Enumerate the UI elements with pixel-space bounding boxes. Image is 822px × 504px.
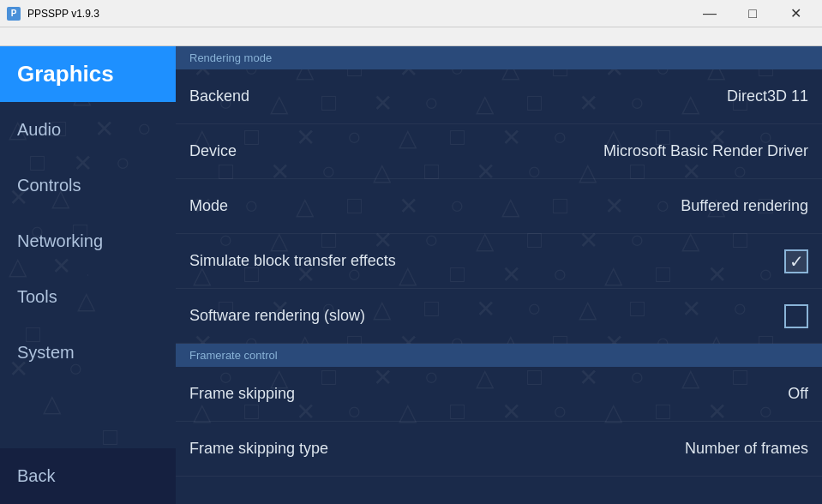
setting-software-rendering[interactable]: Software rendering (slow) [176, 289, 822, 344]
setting-mode[interactable]: Mode Buffered rendering [176, 179, 822, 234]
back-button[interactable]: Back [0, 448, 176, 504]
simulate-block-label: Simulate block transfer effects [189, 252, 396, 270]
window-controls: — □ ✕ [690, 2, 815, 26]
main-content: ✕ ○ △ □ ○ △ □ △ □ ✕ ○ □ ✕ ○ ✕ △ ○ □ △ ✕ … [0, 46, 822, 504]
menu-emulation[interactable] [17, 35, 31, 39]
setting-frame-skipping-type[interactable]: Frame skipping type Number of frames [176, 422, 822, 477]
backend-value: Direct3D 11 [727, 87, 808, 105]
content-area: ✕ ○ △ □ ✕ ○ △ □ ✕ ○ △ □ ○ △ □ ✕ ○ △ □ ✕ … [176, 46, 822, 504]
sidebar-nav: Graphics Audio Controls Networking Tools… [0, 46, 176, 448]
software-rendering-checkbox[interactable] [784, 304, 808, 328]
simulate-block-checkbox[interactable]: ✓ [784, 249, 808, 273]
mode-value: Buffered rendering [681, 197, 808, 215]
device-value: Microsoft Basic Render Driver [603, 142, 808, 160]
app-icon: P [7, 7, 21, 21]
sidebar-item-controls[interactable]: Controls [0, 158, 176, 213]
sidebar-item-tools[interactable]: Tools [0, 269, 176, 325]
sidebar: ✕ ○ △ □ ○ △ □ △ □ ✕ ○ □ ✕ ○ ✕ △ ○ □ △ ✕ … [0, 46, 176, 504]
setting-frame-skipping[interactable]: Frame skipping Off [176, 367, 822, 422]
device-label: Device [189, 142, 237, 160]
title-bar-left: P PPSSPP v1.9.3 [7, 7, 99, 21]
setting-backend[interactable]: Backend Direct3D 11 [176, 69, 822, 124]
frame-skipping-value: Off [788, 385, 808, 403]
maximize-button[interactable]: □ [733, 2, 772, 26]
software-rendering-label: Software rendering (slow) [189, 307, 365, 325]
frame-skipping-label: Frame skipping [189, 385, 295, 403]
section-framerate-control: Framerate control [176, 344, 822, 367]
setting-device[interactable]: Device Microsoft Basic Render Driver [176, 124, 822, 179]
close-button[interactable]: ✕ [776, 2, 815, 26]
sidebar-item-audio[interactable]: Audio [0, 102, 176, 158]
frame-skipping-type-label: Frame skipping type [189, 440, 328, 458]
menu-debug[interactable] [31, 35, 45, 39]
menu-game-settings[interactable] [45, 35, 58, 39]
backend-label: Backend [189, 87, 249, 105]
menu-bar [0, 27, 822, 46]
sidebar-item-system[interactable]: System [0, 325, 176, 381]
menu-help[interactable] [58, 35, 72, 39]
title-bar: P PPSSPP v1.9.3 — □ ✕ [0, 0, 822, 27]
section-rendering-mode: Rendering mode [176, 46, 822, 69]
setting-simulate-block[interactable]: Simulate block transfer effects ✓ [176, 234, 822, 289]
settings-list: Rendering mode Backend Direct3D 11 Devic… [176, 46, 822, 504]
sidebar-item-graphics[interactable]: Graphics [0, 46, 176, 102]
menu-file[interactable] [3, 35, 17, 39]
app-title: PPSSPP v1.9.3 [27, 8, 99, 20]
frame-skipping-type-value: Number of frames [685, 440, 808, 458]
mode-label: Mode [189, 197, 228, 215]
minimize-button[interactable]: — [690, 2, 729, 26]
sidebar-item-networking[interactable]: Networking [0, 213, 176, 269]
